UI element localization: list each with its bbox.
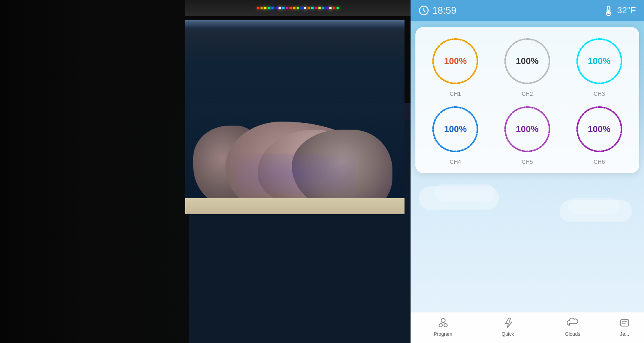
- svg-point-15: [441, 318, 445, 322]
- clouds-icon: [566, 316, 579, 329]
- nav-je[interactable]: Je...: [605, 316, 644, 337]
- channel-6[interactable]: 100% CH6: [565, 103, 633, 165]
- aquarium-panel: [0, 0, 411, 343]
- clouds-label: Clouds: [565, 331, 580, 337]
- ch5-label: CH5: [522, 159, 533, 165]
- ch3-label: CH3: [594, 91, 605, 97]
- channel-4[interactable]: 100% CH4: [421, 103, 489, 165]
- ch6-value: 100%: [588, 124, 611, 134]
- ch1-circle: 100%: [429, 35, 481, 87]
- ch6-label: CH6: [594, 159, 605, 165]
- header-time-section: 18:59: [419, 5, 456, 16]
- rocks: [185, 110, 405, 214]
- nav-clouds[interactable]: Clouds: [540, 316, 605, 337]
- bottom-nav: Program Quick Clouds: [411, 312, 644, 343]
- ch4-value: 100%: [444, 124, 466, 134]
- ch3-circle: 100%: [573, 35, 625, 87]
- channel-5[interactable]: 100% CH5: [493, 103, 561, 165]
- current-time: 18:59: [432, 5, 456, 16]
- ch5-circle: 100%: [501, 103, 553, 155]
- clock-icon: [419, 5, 429, 16]
- channel-grid-row2: 100% CH4 100% CH5: [421, 103, 633, 165]
- ch5-value: 100%: [516, 124, 539, 134]
- svg-line-18: [441, 322, 443, 324]
- je-icon: [618, 316, 631, 329]
- dark-overlay: [0, 0, 189, 343]
- app-panel: 18:59 32°F 100% C: [411, 0, 644, 343]
- channel-3[interactable]: 100% CH3: [565, 35, 633, 97]
- ch3-value: 100%: [588, 56, 611, 66]
- channel-2[interactable]: 100% CH2: [493, 35, 561, 97]
- ch4-circle: 100%: [429, 103, 481, 155]
- header-temp-section: 32°F: [603, 5, 636, 16]
- ch1-label: CH1: [450, 91, 461, 97]
- tank-area: [185, 20, 405, 214]
- channels-card: 100% CH1 100% CH2: [415, 27, 639, 173]
- svg-point-16: [439, 324, 442, 327]
- led-strip: [185, 0, 411, 16]
- svg-point-17: [444, 324, 447, 327]
- quick-label: Quick: [502, 331, 514, 337]
- program-icon: [437, 316, 450, 329]
- nav-quick[interactable]: Quick: [475, 316, 540, 337]
- svg-line-19: [443, 322, 446, 324]
- app-header: 18:59 32°F: [411, 0, 644, 21]
- nav-program[interactable]: Program: [411, 316, 475, 337]
- channel-1[interactable]: 100% CH1: [421, 35, 489, 97]
- temperature-display: 32°F: [617, 5, 636, 16]
- ch2-circle: 100%: [501, 35, 553, 87]
- cloud-background: [411, 162, 644, 283]
- program-label: Program: [434, 331, 452, 337]
- svg-rect-20: [621, 320, 629, 326]
- ch4-label: CH4: [450, 159, 461, 165]
- thermometer-icon: [603, 5, 614, 16]
- channel-grid: 100% CH1 100% CH2: [421, 35, 633, 97]
- ch2-label: CH2: [522, 91, 533, 97]
- quick-icon: [502, 316, 514, 329]
- ch2-value: 100%: [516, 56, 539, 66]
- ch6-circle: 100%: [573, 103, 625, 155]
- je-label: Je...: [620, 331, 629, 337]
- ch1-value: 100%: [444, 56, 466, 66]
